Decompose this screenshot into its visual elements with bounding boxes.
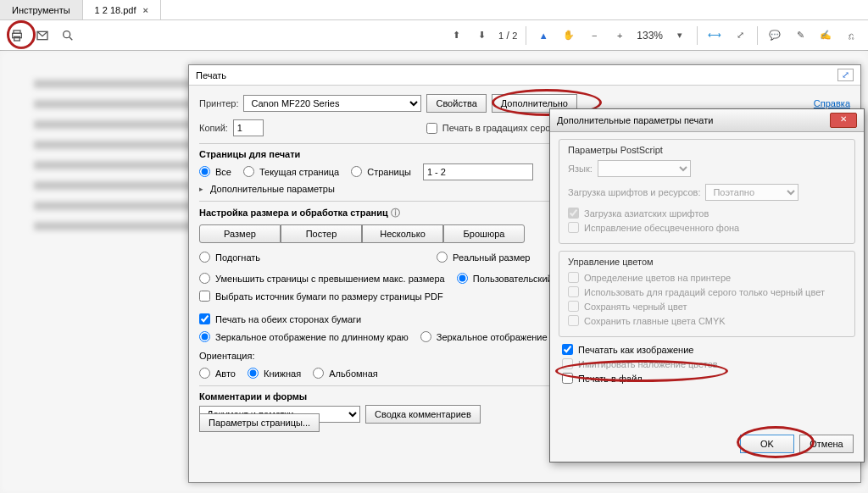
separator bbox=[757, 26, 758, 45]
actual-radio[interactable] bbox=[437, 252, 448, 263]
fit-radio[interactable] bbox=[199, 252, 210, 263]
fixbg-label: Исправление обесцвеченного фона bbox=[584, 223, 739, 233]
landscape-label: Альбомная bbox=[329, 368, 378, 379]
more-params-label[interactable]: Дополнительные параметры bbox=[210, 184, 335, 194]
all-pages-radio[interactable] bbox=[199, 166, 210, 177]
postscript-group: Параметры PostScript Язык: Загрузка шриф… bbox=[559, 139, 855, 244]
dialog-title: Печать bbox=[196, 70, 226, 80]
asian-checkbox bbox=[568, 208, 579, 219]
subdialog-title: Дополнительные параметры печати bbox=[557, 115, 713, 125]
sign-icon[interactable]: ✍ bbox=[817, 27, 834, 44]
pages-range-input[interactable] bbox=[423, 163, 533, 180]
all-pages-label: Все bbox=[215, 167, 231, 177]
zoom-in-icon[interactable]: + bbox=[611, 27, 628, 44]
keep-black-checkbox bbox=[568, 301, 579, 312]
close-icon[interactable]: ✕ bbox=[830, 113, 857, 128]
duplex-label: Печать на обеих сторонах бумаги bbox=[215, 314, 361, 324]
zoom-level[interactable]: 133% bbox=[637, 30, 663, 42]
flip-long-label: Зеркальное отображение по длинному краю bbox=[215, 332, 409, 342]
separator bbox=[526, 26, 526, 45]
pages-range-label: Страницы bbox=[367, 167, 411, 177]
tab-label: Инструменты bbox=[12, 5, 70, 15]
actual-label: Реальный размер bbox=[453, 252, 530, 263]
flip-long-radio[interactable] bbox=[199, 331, 210, 342]
page-up-icon[interactable]: ⬆ bbox=[448, 27, 465, 44]
size-tab-button[interactable]: Размер bbox=[199, 224, 281, 243]
highlight-icon[interactable]: ✎ bbox=[792, 27, 809, 44]
tab-document[interactable]: 1 2 18.pdf × bbox=[83, 0, 161, 19]
copies-input[interactable] bbox=[233, 119, 264, 136]
summarize-button[interactable]: Сводка комментариев bbox=[365, 405, 481, 424]
separator bbox=[697, 26, 698, 45]
fit-width-icon[interactable]: ⟷ bbox=[706, 27, 723, 44]
svg-point-4 bbox=[64, 30, 70, 37]
ok-button[interactable]: OK bbox=[740, 435, 794, 453]
keep-cmyk-label: Сохранить главные цвета CMYK bbox=[584, 316, 726, 326]
page-indicator: 1 / 2 bbox=[498, 30, 517, 42]
color-def-label: Определение цветов на принтере bbox=[584, 273, 731, 283]
copies-label: Копий: bbox=[199, 123, 228, 133]
zoom-out-icon[interactable]: − bbox=[586, 27, 603, 44]
pages-range-radio[interactable] bbox=[351, 166, 362, 177]
asian-label: Загрузка азиатских шрифтов bbox=[584, 208, 709, 219]
tab-bar: Инструменты 1 2 18.pdf × bbox=[0, 0, 868, 20]
source-by-size-checkbox[interactable] bbox=[199, 291, 210, 302]
chevron-down-icon[interactable]: ▾ bbox=[671, 27, 688, 44]
dialog-titlebar: Печать ⤢ bbox=[189, 65, 860, 86]
close-icon[interactable]: × bbox=[143, 5, 148, 15]
printer-select[interactable]: Canon MF220 Series bbox=[243, 95, 421, 112]
auto-orient-radio[interactable] bbox=[199, 368, 210, 379]
lang-select bbox=[598, 160, 691, 177]
print-icon[interactable] bbox=[8, 27, 25, 44]
color-def-checkbox bbox=[568, 272, 579, 283]
tab-tools[interactable]: Инструменты bbox=[0, 0, 83, 19]
print-as-image-checkbox[interactable] bbox=[562, 344, 573, 355]
pointer-icon[interactable]: ▲ bbox=[535, 27, 552, 44]
multiple-tab-button[interactable]: Несколько bbox=[362, 224, 443, 243]
printer-label: Принтер: bbox=[199, 98, 238, 108]
to-file-checkbox[interactable] bbox=[562, 373, 573, 384]
duplex-checkbox[interactable] bbox=[199, 313, 210, 324]
main-toolbar: ⬆ ⬇ 1 / 2 ▲ ✋ − + 133% ▾ ⟷ ⤢ 💬 ✎ ✍ ⎌ bbox=[0, 20, 868, 51]
overprint-label: Имитировать наложение цветов bbox=[578, 359, 718, 369]
to-file-label: Печать в файл bbox=[578, 374, 643, 384]
current-page-radio[interactable] bbox=[243, 166, 254, 177]
landscape-radio[interactable] bbox=[313, 368, 324, 379]
search-icon[interactable] bbox=[59, 27, 76, 44]
help-link[interactable]: Справка bbox=[814, 98, 850, 108]
lang-label: Язык: bbox=[568, 163, 593, 174]
fit-page-icon[interactable]: ⤢ bbox=[732, 27, 748, 44]
poster-tab-button[interactable]: Постер bbox=[281, 224, 362, 243]
custom-radio[interactable] bbox=[457, 273, 468, 284]
shrink-radio[interactable] bbox=[199, 273, 210, 284]
download-label: Загрузка шрифтов и ресурсов: bbox=[568, 187, 700, 197]
color-group: Управление цветом Определение цветов на … bbox=[559, 251, 855, 337]
portrait-radio[interactable] bbox=[248, 368, 259, 379]
gray-black-label: Использовать для градаций серого только … bbox=[584, 287, 825, 297]
advanced-print-dialog: Дополнительные параметры печати ✕ Параме… bbox=[549, 108, 865, 463]
shrink-label: Уменьшить страницы с превышением макс. р… bbox=[215, 274, 445, 284]
expand-icon[interactable]: ▸ bbox=[199, 185, 203, 193]
print-as-image-label: Печатать как изображение bbox=[578, 345, 693, 355]
stamp-icon[interactable]: ⎌ bbox=[843, 27, 860, 44]
fit-label: Подогнать bbox=[215, 252, 260, 263]
grayscale-checkbox[interactable] bbox=[426, 123, 437, 134]
tab-label: 1 2 18.pdf bbox=[95, 5, 136, 15]
properties-button[interactable]: Свойства bbox=[426, 94, 486, 113]
page-setup-button[interactable]: Параметры страницы... bbox=[199, 413, 320, 432]
booklet-tab-button[interactable]: Брошюра bbox=[443, 224, 525, 243]
postscript-group-title: Параметры PostScript bbox=[568, 145, 846, 155]
auto-orient-label: Авто bbox=[215, 368, 236, 379]
download-select: Поэтапно bbox=[705, 184, 798, 201]
source-by-size-label: Выбрать источник бумаги по размеру стран… bbox=[215, 291, 443, 302]
page-down-icon[interactable]: ⬇ bbox=[473, 27, 490, 44]
gray-black-checkbox bbox=[568, 286, 579, 297]
keep-black-label: Сохранять черный цвет bbox=[584, 302, 687, 312]
note-icon[interactable]: 💬 bbox=[766, 27, 783, 44]
mail-icon[interactable] bbox=[34, 27, 51, 44]
hand-icon[interactable]: ✋ bbox=[560, 27, 577, 44]
fixbg-checkbox bbox=[568, 222, 579, 233]
dialog-expand-icon[interactable]: ⤢ bbox=[837, 69, 854, 81]
adv-cancel-button[interactable]: Отмена bbox=[799, 435, 854, 453]
flip-short-radio[interactable] bbox=[420, 331, 431, 342]
